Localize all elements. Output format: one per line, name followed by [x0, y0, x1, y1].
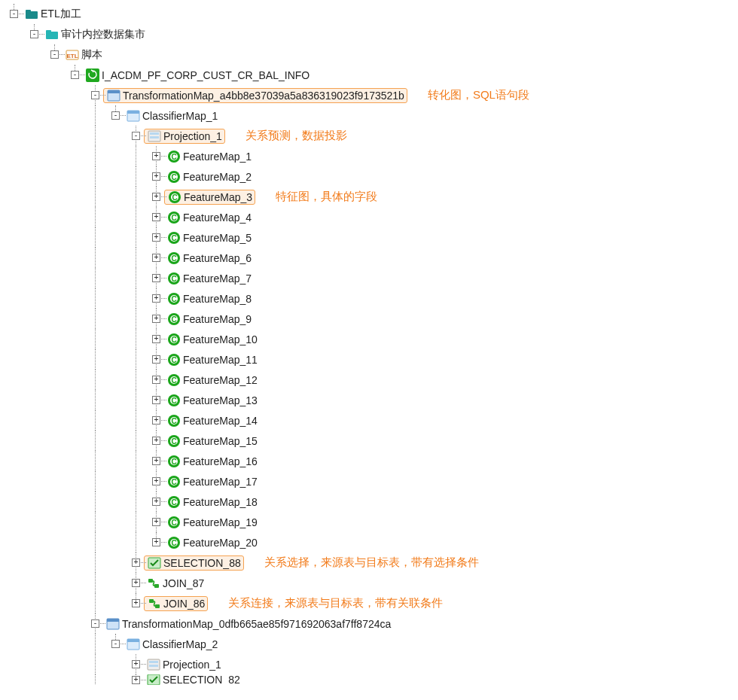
node-label: FeatureMap_12 [183, 374, 258, 386]
toggle-icon[interactable] [152, 274, 160, 282]
tree-node-feature-map-13[interactable]: FeatureMap_13 [4, 390, 738, 410]
toggle-icon[interactable] [132, 660, 140, 668]
tree-node-feature-map-8[interactable]: FeatureMap_8 [4, 288, 738, 309]
node-label: JOIN_86 [163, 598, 205, 610]
tree-node-acdm[interactable]: I_ACDM_PF_CORP_CUST_CR_BAL_INFO [4, 65, 738, 85]
toggle-icon[interactable] [152, 254, 160, 262]
feature-icon [166, 170, 181, 184]
toggle-icon[interactable] [152, 437, 160, 445]
tree-node-feature-map-4[interactable]: FeatureMap_4 [4, 207, 738, 227]
toggle-icon[interactable] [152, 518, 160, 526]
tree-node-feature-map-6[interactable]: FeatureMap_6 [4, 248, 738, 268]
tree-node-transformation-map-1[interactable]: TransformationMap_a4bb8e37039a5a83631902… [4, 85, 738, 105]
toggle-icon[interactable] [152, 416, 160, 425]
feature-icon [166, 292, 181, 306]
toggle-icon[interactable] [152, 396, 160, 404]
tree-node-feature-map-20[interactable]: FeatureMap_20 [4, 532, 738, 552]
tree-node-projection-1[interactable]: Projection_1 关系预测，数据投影 [4, 126, 738, 146]
node-label: TransformationMap_0dfb665ae85f971692063a… [122, 618, 391, 630]
tree-node-feature-map-19[interactable]: FeatureMap_19 [4, 512, 738, 532]
tree-node-feature-map-7[interactable]: FeatureMap_7 [4, 268, 738, 288]
feature-icon [166, 475, 181, 488]
toggle-icon[interactable] [152, 498, 160, 506]
tree-node-classifier-map-2[interactable]: ClassifierMap_2 [4, 634, 738, 654]
feature-icon [166, 495, 181, 509]
node-label: JOIN_87 [163, 577, 204, 589]
toggle-icon[interactable] [132, 558, 140, 567]
toggle-icon[interactable] [152, 213, 160, 221]
toggle-icon[interactable] [71, 71, 79, 79]
annotation-text: 关系选择，来源表与目标表，带有选择条件 [264, 555, 479, 570]
toggle-icon[interactable] [152, 457, 160, 465]
tree-node-etl[interactable]: ETL加工 [4, 4, 738, 24]
tree-node-join-87[interactable]: JOIN_87 [4, 573, 738, 593]
node-label: ClassifierMap_1 [142, 110, 218, 122]
toggle-icon[interactable] [152, 538, 160, 546]
toggle-icon[interactable] [152, 477, 160, 485]
toggle-icon[interactable] [152, 355, 160, 364]
tree-node-feature-map-12[interactable]: FeatureMap_12 [4, 370, 738, 390]
tree-node-selection-88[interactable]: SELECTION_88 关系选择，来源表与目标表，带有选择条件 [4, 552, 738, 573]
toggle-icon[interactable] [10, 10, 18, 18]
toggle-icon[interactable] [152, 172, 160, 181]
node-label: FeatureMap_18 [183, 496, 258, 508]
toggle-icon[interactable] [152, 376, 160, 384]
node-label: Projection_1 [163, 130, 222, 142]
toggle-icon[interactable] [132, 676, 140, 684]
pane-icon [126, 109, 141, 123]
toggle-icon[interactable] [152, 335, 160, 343]
feature-icon [167, 190, 182, 204]
node-label: Projection_1 [163, 659, 221, 671]
tree-node-projection-1b[interactable]: Projection_1 [4, 654, 738, 674]
node-label: FeatureMap_13 [183, 394, 258, 406]
node-label: FeatureMap_5 [183, 232, 252, 244]
feature-icon [166, 333, 181, 346]
toggle-icon[interactable] [111, 640, 120, 648]
feature-icon [166, 353, 181, 367]
toggle-icon[interactable] [91, 619, 99, 628]
tree-node-datamart[interactable]: 审计内控数据集市 [4, 24, 738, 44]
node-label: FeatureMap_9 [183, 313, 252, 325]
join-icon [147, 597, 162, 610]
tree-node-feature-map-15[interactable]: FeatureMap_15 [4, 431, 738, 451]
tree-node-feature-map-9[interactable]: FeatureMap_9 [4, 309, 738, 329]
toggle-icon[interactable] [152, 233, 160, 242]
tree-node-feature-map-11[interactable]: FeatureMap_11 [4, 349, 738, 370]
toggle-icon[interactable] [111, 111, 120, 120]
node-label: FeatureMap_14 [183, 415, 258, 427]
feature-icon [166, 251, 181, 265]
toggle-icon[interactable] [152, 152, 160, 160]
tree-node-classifier-map-1[interactable]: ClassifierMap_1 [4, 105, 738, 126]
tree-node-feature-map-18[interactable]: FeatureMap_18 [4, 492, 738, 512]
tree-node-join-86[interactable]: JOIN_86 关系连接，来源表与目标表，带有关联条件 [4, 593, 738, 613]
tree-node-feature-map-1[interactable]: FeatureMap_1 [4, 146, 738, 166]
toggle-icon[interactable] [152, 294, 160, 303]
node-label: FeatureMap_20 [183, 537, 258, 549]
tree-node-script[interactable]: 脚本 [4, 44, 738, 65]
toggle-icon[interactable] [91, 91, 99, 99]
toggle-icon[interactable] [50, 50, 59, 59]
toggle-icon[interactable] [152, 193, 160, 201]
node-label: FeatureMap_10 [183, 333, 258, 345]
tree-node-transformation-map-2[interactable]: TransformationMap_0dfb665ae85f971692063a… [4, 613, 738, 634]
toggle-icon[interactable] [132, 599, 140, 607]
tree-node-selection-82[interactable]: SELECTION_82 [4, 674, 738, 685]
tree-node-feature-map-16[interactable]: FeatureMap_16 [4, 451, 738, 471]
toggle-icon[interactable] [152, 315, 160, 323]
node-label: SELECTION_88 [163, 557, 241, 569]
toggle-icon[interactable] [132, 132, 140, 140]
projection-icon [146, 658, 161, 671]
tree-node-feature-map-14[interactable]: FeatureMap_14 [4, 410, 738, 431]
tree-node-feature-map-5[interactable]: FeatureMap_5 [4, 227, 738, 248]
node-label: FeatureMap_16 [183, 455, 258, 467]
tree-node-feature-map-3[interactable]: FeatureMap_3特征图，具体的字段 [4, 187, 738, 207]
tree-node-feature-map-2[interactable]: FeatureMap_2 [4, 166, 738, 187]
node-label: ETL加工 [41, 8, 81, 21]
etl-icon [65, 48, 80, 62]
tree-node-feature-map-10[interactable]: FeatureMap_10 [4, 329, 738, 349]
toggle-icon[interactable] [132, 579, 140, 587]
tree-node-feature-map-17[interactable]: FeatureMap_17 [4, 471, 738, 492]
toggle-icon[interactable] [30, 30, 38, 38]
node-label: FeatureMap_3 [184, 191, 252, 203]
node-label: TransformationMap_a4bb8e37039a5a83631902… [123, 90, 404, 102]
